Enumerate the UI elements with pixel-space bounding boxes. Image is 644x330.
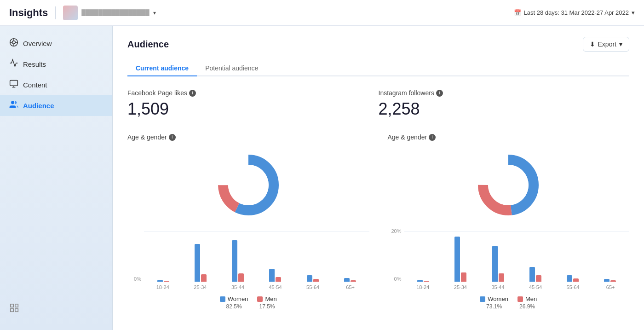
instagram-info-icon[interactable]: i <box>436 90 443 97</box>
bar-men-55-64-fb <box>313 279 319 282</box>
instagram-metric: Instagram followers i 2,258 <box>379 89 630 119</box>
export-label: Export <box>598 41 616 48</box>
svg-rect-12 <box>11 309 13 312</box>
facebook-metric-value: 1,509 <box>127 99 379 119</box>
bar-group-65plus-fb <box>333 278 367 282</box>
svg-rect-10 <box>11 304 13 307</box>
sidebar-toggle-icon[interactable] <box>9 305 19 315</box>
main-layout: Overview Results Content <box>0 26 644 330</box>
bar-group-45-54-ig <box>518 267 552 282</box>
date-range-selector[interactable]: 📅 Last 28 days: 31 Mar 2022-27 Apr 2022 … <box>514 9 635 16</box>
page-header: Audience ⬇ Export ▾ <box>127 37 629 52</box>
bar-group-18-24-ig <box>406 280 441 282</box>
legend-women-fb: Women 82.5% <box>220 295 248 310</box>
bar-men-35-44-fb <box>238 273 244 282</box>
facebook-donut <box>127 148 369 222</box>
svg-point-1 <box>12 41 16 44</box>
facebook-metric: Facebook Page likes i 1,509 <box>127 89 379 119</box>
women-dot-fb <box>220 296 225 302</box>
header-divider <box>55 6 56 19</box>
bar-women-65plus-fb <box>344 278 350 282</box>
sidebar-bottom <box>0 295 112 323</box>
bar-group-45-54-fb <box>258 269 293 282</box>
sidebar-item-audience[interactable]: Audience <box>0 95 112 116</box>
page-title: Audience <box>127 39 169 50</box>
bar-men-65plus-fb <box>351 280 356 282</box>
instagram-chart-info-icon[interactable]: i <box>429 134 436 141</box>
men-dot-fb <box>257 296 263 302</box>
sidebar-item-overview[interactable]: Overview <box>0 33 112 54</box>
export-chevron-icon: ▾ <box>619 41 622 48</box>
bar-men-18-24-ig <box>424 281 429 282</box>
facebook-legend: Women 82.5% Men 17.5% <box>127 295 369 310</box>
calendar-icon: 📅 <box>514 9 521 16</box>
bar-group-25-34-fb <box>183 244 218 282</box>
audience-tabs: Current audience Potential audience <box>127 61 629 76</box>
bar-women-35-44-ig <box>492 246 498 282</box>
bar-men-25-34-fb <box>201 274 207 282</box>
bar-men-18-24-fb <box>164 281 169 282</box>
bar-group-35-44-ig <box>481 246 515 282</box>
bar-women-55-64-fb <box>307 275 312 282</box>
men-pct-fb: 17.5% <box>259 303 275 310</box>
women-pct-fb: 82.5% <box>226 303 242 310</box>
bar-group-18-24-fb <box>146 280 180 282</box>
tab-potential-audience[interactable]: Potential audience <box>197 61 266 76</box>
bar-group-25-34-ig <box>443 237 478 282</box>
metrics-row: Facebook Page likes i 1,509 Instagram fo… <box>127 89 629 119</box>
bar-group-55-64-ig <box>556 275 590 282</box>
facebook-metric-label: Facebook Page likes i <box>127 89 379 97</box>
bar-men-45-54-ig <box>536 275 541 282</box>
account-avatar <box>63 6 78 20</box>
content-label: Content <box>23 81 47 89</box>
bar-women-45-54-ig <box>529 267 535 282</box>
women-pct-ig: 73.1% <box>486 303 502 310</box>
header: Insights ████████████████ ▾ 📅 Last 28 da… <box>0 0 644 26</box>
overview-icon <box>9 38 18 49</box>
facebook-chart-title: Age & gender i <box>127 133 369 141</box>
instagram-bar-labels: 18-24 25-34 35-44 45-54 55-64 65+ <box>388 284 630 290</box>
svg-point-19 <box>488 165 529 205</box>
results-label: Results <box>23 60 46 68</box>
sidebar-item-results[interactable]: Results <box>0 54 112 75</box>
bar-men-55-64-ig <box>573 278 579 282</box>
instagram-bar-chart: 20% 0% <box>388 231 630 330</box>
facebook-chart-info-icon[interactable]: i <box>169 134 176 141</box>
bar-women-55-64-ig <box>567 275 572 282</box>
bar-group-55-64-fb <box>295 275 330 282</box>
account-chevron-icon[interactable]: ▾ <box>153 10 156 16</box>
facebook-bar-labels: 18-24 25-34 35-44 45-54 55-64 65+ <box>127 284 369 290</box>
instagram-donut <box>388 148 630 222</box>
instagram-metric-label: Instagram followers i <box>379 89 630 97</box>
account-selector[interactable]: ████████████████ ▾ <box>63 6 155 20</box>
tab-current-audience[interactable]: Current audience <box>127 61 197 76</box>
instagram-legend: Women 73.1% Men 26.9% <box>388 295 630 310</box>
sidebar-item-content[interactable]: Content <box>0 75 112 95</box>
charts-row: Age & gender i <box>127 133 629 330</box>
bar-women-35-44-fb <box>232 240 237 282</box>
export-button[interactable]: ⬇ Export ▾ <box>583 37 629 52</box>
account-name: ████████████████ <box>81 9 149 16</box>
facebook-bar-chart: 0% <box>127 231 369 330</box>
svg-rect-13 <box>15 309 18 312</box>
legend-women-ig: Women 73.1% <box>480 295 508 310</box>
bar-women-45-54-fb <box>269 269 275 282</box>
bar-women-25-34-ig <box>454 237 460 282</box>
bar-women-25-34-fb <box>195 244 200 282</box>
svg-rect-11 <box>15 304 18 307</box>
instagram-metric-value: 2,258 <box>379 99 630 119</box>
date-range-text: Last 28 days: 31 Mar 2022-27 Apr 2022 <box>524 9 629 16</box>
overview-label: Overview <box>23 40 52 47</box>
header-left: Insights ████████████████ ▾ <box>9 6 156 20</box>
content-icon <box>9 79 18 91</box>
facebook-info-icon[interactable]: i <box>189 90 196 97</box>
bar-men-45-54-fb <box>276 277 281 282</box>
instagram-chart: Age & gender i 20% <box>388 133 630 330</box>
bar-women-18-24-fb <box>157 280 163 282</box>
men-dot-ig <box>518 296 523 302</box>
bar-men-25-34-ig <box>461 272 466 282</box>
results-icon <box>9 58 18 70</box>
app-title: Insights <box>9 7 48 19</box>
export-download-icon: ⬇ <box>590 41 595 48</box>
instagram-chart-title: Age & gender i <box>388 133 630 141</box>
